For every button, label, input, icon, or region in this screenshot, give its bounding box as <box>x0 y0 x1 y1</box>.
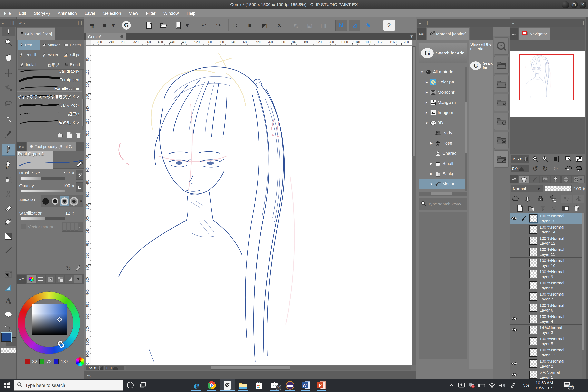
pen-item[interactable]: Calligraphy <box>17 70 84 74</box>
chevron-right-icon[interactable]: ▶ <box>430 142 433 145</box>
layer-thumbnail[interactable] <box>529 326 538 334</box>
layer-row[interactable]: 100 %NormalLayer 11 <box>510 246 585 258</box>
ruler-tool[interactable] <box>2 282 15 294</box>
tab-intermediate-color[interactable] <box>56 275 65 283</box>
select-all-icon[interactable]: ▣ <box>244 20 256 31</box>
layer-row[interactable]: 100 %NormalLayer 2 <box>510 358 585 369</box>
layer-row[interactable]: 100 %NormalLayer 13 <box>510 347 585 358</box>
layer-thumbnail[interactable] <box>529 281 538 290</box>
taskbar-app-chrome[interactable] <box>204 380 219 391</box>
layer-visibility-cell[interactable] <box>510 280 519 291</box>
menu-view[interactable]: View <box>129 11 138 16</box>
opacity-source-icon[interactable] <box>76 182 83 192</box>
material-list-item[interactable]: G Search for <box>469 53 493 78</box>
reset-rotation-button[interactable]: ↻ <box>551 164 560 173</box>
tab-color-set[interactable] <box>46 275 55 283</box>
blend-mode-select[interactable]: Normal▼ <box>510 185 543 192</box>
rotate-left-button[interactable]: ↺ <box>531 164 540 173</box>
layer-opacity-stepper[interactable]: ▲▼ <box>582 186 585 191</box>
layer-row[interactable]: 100 %NormalLayer 14 <box>510 224 585 235</box>
new-raster-layer-icon[interactable] <box>516 204 524 212</box>
navigator-preview[interactable] <box>510 51 585 117</box>
tab-tool-property[interactable]: ⚙ Tool property [Real G- <box>27 142 76 151</box>
layer-thumbnail[interactable] <box>529 248 538 256</box>
lock-transparent-pixels-icon[interactable] <box>549 195 558 203</box>
new-layer-folder-icon[interactable] <box>527 204 536 212</box>
open-clip-studio-icon[interactable]: G <box>121 20 132 31</box>
menu-storyp[interactable]: Story(P) <box>34 11 50 16</box>
layer-thumbnail[interactable] <box>529 371 538 379</box>
brush-size-value[interactable]: 9.7 <box>58 170 70 176</box>
folder-download-icon[interactable] <box>494 94 508 111</box>
snap-grid-icon[interactable]: ✎ <box>363 20 374 31</box>
folder-open-2-icon[interactable] <box>494 75 508 92</box>
stabilization-stepper[interactable]: ▲▼ <box>72 211 74 216</box>
taskbar-app-eclipse[interactable] <box>283 380 298 391</box>
chevron-down-icon[interactable]: ▼ <box>430 182 433 186</box>
zoom-out-button[interactable] <box>531 155 540 163</box>
wrench-icon[interactable] <box>76 160 83 168</box>
new-file-icon[interactable] <box>143 20 155 31</box>
vector-magnet-options[interactable]: ▸ <box>62 222 83 232</box>
subtool-category-7[interactable]: India i <box>18 60 40 70</box>
register-subtool-icon[interactable] <box>57 132 63 139</box>
transparent-color-swatch[interactable] <box>1 348 16 353</box>
aa-strong[interactable] <box>69 196 78 206</box>
layer-mask-icon[interactable] <box>561 204 570 212</box>
menu-animation[interactable]: Animation <box>58 11 77 16</box>
paint-bucket-tool[interactable] <box>2 216 15 228</box>
layer-row[interactable]: 14 %NormalLayer 3 <box>510 324 585 336</box>
tab-layers[interactable] <box>519 176 529 183</box>
object-select-tool[interactable] <box>2 83 15 94</box>
material-tree-item[interactable]: ▶Manga m <box>419 98 468 108</box>
decoration-tool[interactable] <box>2 188 15 200</box>
correct-line-tool[interactable] <box>2 322 15 334</box>
lasso-select-tool[interactable] <box>2 98 15 109</box>
document-tab[interactable]: Comic* <box>86 33 126 40</box>
figure-tool[interactable] <box>2 244 15 256</box>
new-subtool-icon[interactable] <box>67 132 72 139</box>
tool-palette-header[interactable]: «||| <box>0 18 16 28</box>
undo-icon[interactable]: ↶ <box>198 20 210 31</box>
aa-none[interactable] <box>41 196 50 206</box>
zoom-status[interactable]: 155.8 <box>86 366 104 370</box>
taskbar-app-mail[interactable]: 58 <box>267 380 282 391</box>
material-tree-hscroll[interactable] <box>419 192 468 196</box>
fit-to-navigator-button[interactable] <box>564 155 573 163</box>
layer-visibility-cell[interactable] <box>510 213 519 224</box>
search-for-assets-button[interactable]: G Search for Add <box>419 43 468 63</box>
layer-visibility-cell[interactable] <box>510 324 519 336</box>
brush-size-slider[interactable] <box>21 177 65 180</box>
layer-visibility-cell[interactable] <box>510 347 519 358</box>
subtool-category-4[interactable]: Pencil <box>18 50 40 60</box>
task-view-button[interactable] <box>140 382 146 389</box>
chevron-down-icon[interactable]: ▼ <box>420 70 424 74</box>
stabilization-value[interactable]: 12 <box>61 211 70 216</box>
menu-selection[interactable]: Selection <box>103 11 121 16</box>
lock-layer-icon[interactable] <box>536 195 545 203</box>
snap-ruler-icon[interactable]: N <box>335 20 347 31</box>
subtool-category-9[interactable]: Blend <box>62 60 84 70</box>
tray-wifi-icon[interactable] <box>487 379 497 392</box>
actual-size-button[interactable] <box>574 155 583 163</box>
grey2-icon[interactable]: ▧ <box>304 20 315 31</box>
text-tool[interactable]: A <box>2 296 15 307</box>
material-tree-item[interactable]: ▼3D <box>419 118 468 128</box>
layer-visibility-cell[interactable] <box>510 314 519 324</box>
layer-thumbnail[interactable] <box>529 270 538 278</box>
layer-visibility-cell[interactable] <box>510 369 519 379</box>
taskbar-app-store[interactable] <box>251 380 266 391</box>
help-icon[interactable]: ? <box>384 20 395 31</box>
tab-layer-property[interactable] <box>530 176 540 183</box>
rotation-status[interactable]: 0.0 <box>105 366 124 370</box>
tray-language[interactable]: ENG <box>518 379 530 392</box>
tool-preview[interactable]: Real G-pen 2 <box>17 151 84 168</box>
brush-size-source-icon[interactable] <box>76 170 83 180</box>
layer-row[interactable]: 100 %NormalLayer 5 <box>510 336 585 347</box>
aa-weak[interactable] <box>50 196 60 206</box>
material-tree-item[interactable]: Charac <box>419 148 468 158</box>
menu-filter[interactable]: Filter <box>146 11 156 16</box>
material-panel-menu[interactable]: ▸≡ <box>417 28 426 40</box>
tab-subview[interactable] <box>561 176 571 183</box>
material-tree-item[interactable]: ▼Motion <box>419 179 468 189</box>
